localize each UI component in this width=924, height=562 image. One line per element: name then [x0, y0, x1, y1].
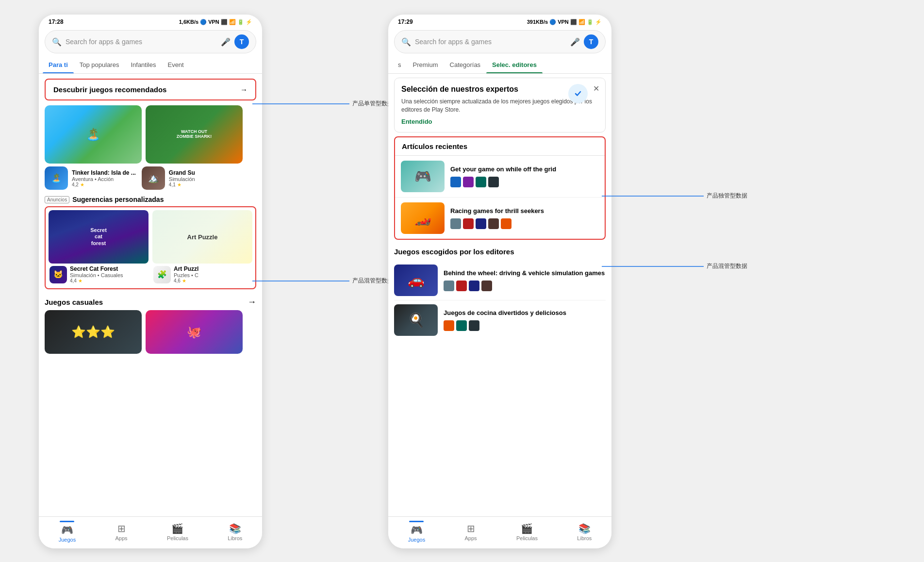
editor-thumb-cooking: 🍳 [394, 304, 438, 336]
tab-event[interactable]: Event [162, 56, 189, 73]
right-network: 391KB/s [527, 19, 548, 25]
nav-libros-left[interactable]: 📚 Libros [228, 523, 242, 541]
left-status-right: 1,6KB/s 🔵 VPN ⬛ 📶 🔋 ⚡ [179, 19, 252, 25]
puzzle-text: Art Puzzle [187, 233, 218, 241]
article-icon-1-2 [463, 177, 474, 187]
articles-section: Artículos recientes 🎮 Get your game on w… [394, 136, 606, 240]
article-info-2: Racing games for thrill seekers [450, 207, 599, 229]
casual-arrow[interactable]: → [248, 297, 256, 307]
tab-categorias[interactable]: Categorías [444, 56, 487, 73]
puzzle-app-category: Puzles • C [174, 272, 198, 278]
right-time: 17:29 [398, 18, 413, 25]
grand-text: Grand Su Simulación 4,1 ★ [169, 169, 195, 187]
left-status-bar: 17:28 1,6KB/s 🔵 VPN ⬛ 📶 🔋 ⚡ [39, 15, 262, 27]
casual-img-colorful[interactable]: 🐙 [146, 310, 243, 354]
app-tinker-island[interactable]: 🏝️ Tinker Island: Isla de ... Aventura •… [45, 166, 136, 190]
promo-card-forest[interactable]: Secretcatforest 🐱 Secret Cat Forest Simu… [49, 210, 148, 285]
tinker-island-category: Aventura • Acción [72, 176, 136, 182]
tinker-island-rating: 4,2 ★ [72, 182, 136, 187]
app-info-row: 🏝️ Tinker Island: Isla de ... Aventura •… [39, 166, 262, 190]
right-avatar[interactable]: T [584, 34, 598, 49]
article-icon-1-1 [450, 177, 461, 187]
tab-selec-editores[interactable]: Selec. editores [486, 56, 543, 73]
right-search-text: Search for apps & games [415, 38, 566, 46]
article-thumb-2: 🏎️ [401, 202, 445, 234]
nav-libros-icon-right: 📚 [578, 523, 591, 534]
app-grand[interactable]: 🏔️ Grand Su Simulación 4,1 ★ [142, 166, 195, 190]
nav-apps-right[interactable]: ⊞ Apps [465, 523, 477, 541]
island-map-visual: 🏝️ [45, 105, 142, 164]
grand-icon: 🏔️ [142, 166, 165, 190]
nav-libros-right[interactable]: 📚 Libros [577, 523, 592, 541]
annotation-single-label: 产品单管型数据 [352, 99, 393, 108]
article-icon-1-3 [476, 177, 486, 187]
puzzle-app-rating: 4,6 ★ [174, 278, 198, 283]
nav-active-bar-left [60, 521, 74, 522]
annotation-mixed-pipe-left: 产品混管型数据 [252, 277, 393, 285]
right-mic-icon[interactable]: 🎤 [570, 37, 580, 47]
ads-title: Sugerencias personalizadas [72, 196, 164, 203]
nav-peliculas-left[interactable]: 🎬 Peliculas [167, 523, 188, 541]
nav-juegos-right[interactable]: 🎮 Juegos [408, 521, 425, 543]
left-mic-icon[interactable]: 🎤 [221, 37, 231, 47]
editor-picks-section: Juegos escogidos por los editores 🚗 Behi… [388, 244, 611, 344]
left-phone-panel: 17:28 1,6KB/s 🔵 VPN ⬛ 📶 🔋 ⚡ 🔍 Search for… [39, 15, 262, 548]
discover-banner-arrow: → [240, 85, 248, 94]
nav-peliculas-icon-right: 🎬 [521, 523, 533, 534]
tab-premium[interactable]: Premium [407, 56, 444, 73]
forest-app-rating: 4,4 ★ [70, 278, 123, 283]
editor-pick-icons-1 [444, 281, 606, 291]
left-avatar[interactable]: T [234, 34, 249, 49]
article-item-2[interactable]: 🏎️ Racing games for thrill seekers [395, 198, 605, 239]
tab-para-ti[interactable]: Para ti [43, 56, 74, 73]
left-time: 17:28 [49, 18, 64, 25]
entendido-button[interactable]: Entendido [401, 118, 598, 125]
tab-top-populares[interactable]: Top populares [74, 56, 125, 73]
annotation-exclusive-pipe: 产品独管型数据 [602, 192, 747, 200]
nav-juegos-left[interactable]: 🎮 Juegos [59, 521, 76, 543]
forest-img: Secretcatforest [49, 210, 148, 264]
forest-app-icon: 🐱 [50, 266, 67, 283]
expert-close-button[interactable]: ✕ [593, 84, 599, 93]
game-card-island[interactable]: 🏝️ [45, 105, 142, 164]
right-search-bar[interactable]: 🔍 Search for apps & games 🎤 T [394, 30, 606, 53]
left-bottom-nav: 🎮 Juegos ⊞ Apps 🎬 Peliculas 📚 Libros [39, 516, 262, 548]
grand-name: Grand Su [169, 169, 195, 176]
article-icon-2-2 [463, 218, 474, 229]
ads-badge: Anuncios [45, 196, 69, 203]
right-status-icons: 🔵 VPN ⬛ 📶 🔋 ⚡ [549, 19, 602, 25]
editor-icon-2-3 [469, 320, 479, 331]
editor-icon-1-3 [469, 281, 479, 291]
annotation-mixed-label-left: 产品混管型数据 [352, 277, 393, 285]
grand-category: Simulación [169, 176, 195, 182]
article-item-1[interactable]: 🎮 Get your game on while off the grid [395, 156, 605, 198]
nav-active-bar-right [409, 521, 424, 522]
casual-img-stars[interactable]: ⭐⭐⭐ [45, 310, 142, 354]
tab-s[interactable]: s [392, 56, 407, 73]
game-card-watchout[interactable]: WATCH OUTZOMBIE SHARK! [146, 105, 243, 164]
watchout-text: WATCH OUTZOMBIE SHARK! [177, 130, 212, 139]
casual-images-row: ⭐⭐⭐ 🐙 [39, 310, 262, 354]
editor-pick-title-1: Behind the wheel: driving & vehicle simu… [444, 269, 606, 278]
nav-peliculas-right[interactable]: 🎬 Peliculas [516, 523, 538, 541]
annotation-single-pipe: 产品单管型数据 [252, 99, 393, 108]
promo-card-puzzle[interactable]: Art Puzzle 🧩 Art Puzzl Puzles • C 4,6 ★ [152, 210, 252, 285]
left-search-bar[interactable]: 🔍 Search for apps & games 🎤 T [45, 30, 256, 53]
nav-apps-label-left: Apps [116, 535, 128, 541]
discover-banner[interactable]: Descubrir juegos recomendados → [45, 79, 256, 100]
right-search-icon: 🔍 [401, 37, 411, 47]
casual-header: Juegos casuales → [45, 297, 256, 307]
nav-juegos-icon-right: 🎮 [411, 524, 423, 536]
nav-apps-left[interactable]: ⊞ Apps [116, 523, 128, 541]
forest-app-row: 🐱 Secret Cat Forest Simulación • Casuale… [49, 264, 148, 285]
editor-pick-2[interactable]: 🍳 Juegos de cocina divertidos y delicios… [394, 300, 606, 340]
nav-juegos-label-right: Juegos [408, 537, 425, 543]
right-phone-panel: 17:29 391KB/s 🔵 VPN ⬛ 📶 🔋 ⚡ 🔍 Search for… [388, 15, 611, 548]
forest-app-category: Simulación • Casuales [70, 272, 123, 278]
nav-peliculas-label-left: Peliculas [167, 535, 188, 541]
editor-pick-1[interactable]: 🚗 Behind the wheel: driving & vehicle si… [394, 261, 606, 300]
editor-pick-title-2: Juegos de cocina divertidos y deliciosos [444, 309, 606, 317]
editor-icon-1-1 [444, 281, 454, 291]
tab-infantiles[interactable]: Infantiles [125, 56, 162, 73]
tinker-island-name: Tinker Island: Isla de ... [72, 169, 136, 176]
